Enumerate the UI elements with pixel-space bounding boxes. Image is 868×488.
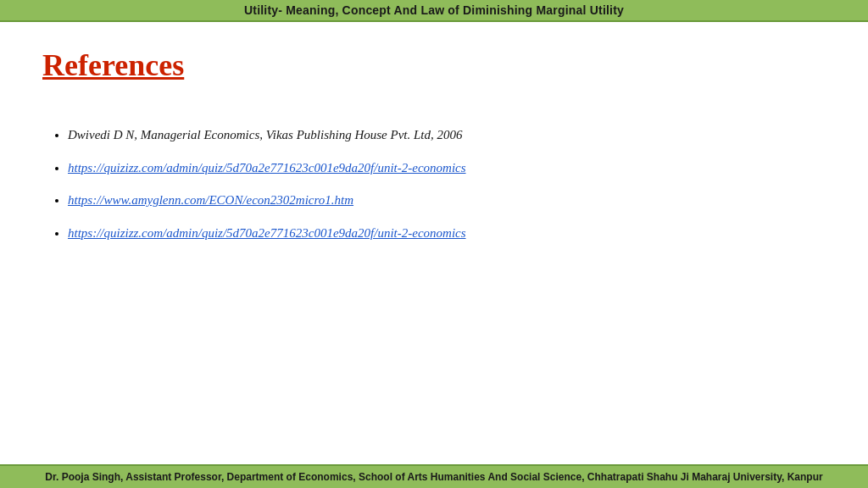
references-list: Dwivedi D N, Managerial Economics, Vikas… xyxy=(42,125,826,242)
list-item: https://www.amyglenn.com/ECON/econ2302mi… xyxy=(68,191,826,210)
reference-link-2[interactable]: https://www.amyglenn.com/ECON/econ2302mi… xyxy=(68,193,353,207)
main-content: References Dwivedi D N, Managerial Econo… xyxy=(0,22,868,273)
list-item: Dwivedi D N, Managerial Economics, Vikas… xyxy=(68,125,826,145)
header-bar: Utility- Meaning, Concept And Law of Dim… xyxy=(0,0,868,22)
reference-link-3[interactable]: https://quizizz.com/admin/quiz/5d70a2e77… xyxy=(68,226,466,240)
references-heading: References xyxy=(42,47,184,83)
reference-text-1: Dwivedi D N, Managerial Economics, Vikas… xyxy=(68,128,463,141)
reference-link-1[interactable]: https://quizizz.com/admin/quiz/5d70a2e77… xyxy=(68,161,466,175)
header-title: Utility- Meaning, Concept And Law of Dim… xyxy=(244,3,624,17)
footer-text: Dr. Pooja Singh, Assistant Professor, De… xyxy=(45,471,822,483)
list-item: https://quizizz.com/admin/quiz/5d70a2e77… xyxy=(68,158,826,178)
list-item: https://quizizz.com/admin/quiz/5d70a2e77… xyxy=(68,224,826,243)
footer-bar: Dr. Pooja Singh, Assistant Professor, De… xyxy=(0,464,868,488)
